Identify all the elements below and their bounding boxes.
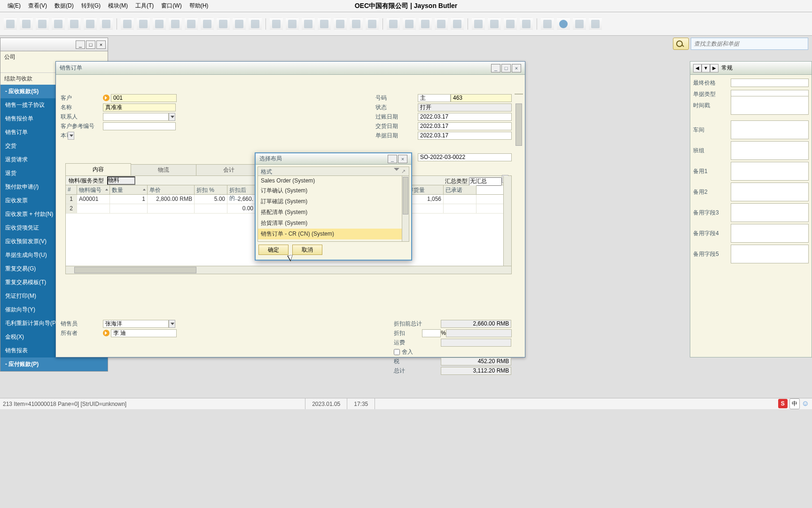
tb-new-icon[interactable]	[403, 17, 416, 31]
tb-import-icon[interactable]	[84, 17, 97, 31]
layout-option[interactable]: 订单确认 (System)	[258, 185, 409, 196]
tb-print-icon[interactable]	[4, 17, 17, 31]
close-icon[interactable]: ×	[96, 40, 106, 49]
postdate-field[interactable]	[418, 113, 512, 121]
menu-edit[interactable]: 编(E)	[4, 0, 24, 11]
tb-refresh-icon[interactable]	[217, 17, 230, 31]
tb-edit-icon[interactable]	[387, 17, 400, 31]
tab-content[interactable]: 内容	[65, 163, 131, 175]
layout-option[interactable]: 搭配清单 (System)	[258, 207, 409, 218]
tb-find-icon[interactable]	[121, 17, 134, 31]
maximize-icon[interactable]: □	[501, 64, 511, 72]
tb-first-icon[interactable]	[153, 17, 166, 31]
cell-qty[interactable]: 1	[110, 195, 148, 204]
side-tab-label[interactable]: 常规	[721, 64, 733, 72]
sum-type-field[interactable]	[469, 177, 502, 186]
tb-chart-icon[interactable]	[334, 17, 347, 31]
tb-lock-icon[interactable]	[318, 17, 331, 31]
suppcode-field[interactable]	[418, 153, 512, 161]
tab-accounting[interactable]: 会计	[196, 164, 262, 175]
cell-discount[interactable]: 5.00	[195, 195, 227, 204]
menu-window[interactable]: 窗口(W)	[157, 0, 185, 11]
tb-export-icon[interactable]	[68, 17, 81, 31]
ime-lang-label[interactable]: 中	[789, 398, 800, 409]
tb-screen-icon[interactable]	[541, 17, 554, 31]
rounding-checkbox[interactable]	[394, 349, 400, 355]
docdate-field[interactable]	[418, 132, 512, 140]
link-arrow-icon[interactable]	[103, 330, 109, 336]
tb-last-icon[interactable]	[201, 17, 214, 31]
minimize-icon[interactable]: _	[76, 40, 85, 49]
layout-option[interactable]: 訂單確認 (System)	[258, 196, 409, 207]
maximize-icon[interactable]: □	[86, 40, 95, 49]
udf-field[interactable]	[731, 203, 809, 222]
tb-tree-icon[interactable]	[504, 17, 517, 31]
tb-doc1-icon[interactable]	[270, 17, 283, 31]
tb-filter-icon[interactable]	[233, 17, 246, 31]
contact-field[interactable]	[103, 113, 169, 121]
tb-note-icon[interactable]	[589, 17, 602, 31]
tb-prev-icon[interactable]	[169, 17, 182, 31]
search-icon[interactable]	[673, 38, 689, 50]
tb-list-icon[interactable]	[137, 17, 150, 31]
expand-icon[interactable]	[401, 168, 407, 174]
docno-type-field[interactable]	[418, 94, 451, 102]
filter-icon[interactable]	[394, 168, 399, 174]
udf-field[interactable]	[731, 162, 809, 181]
cell-discount[interactable]	[195, 204, 227, 213]
tb-preview-icon[interactable]	[100, 17, 113, 31]
tb-paste-icon[interactable]	[52, 17, 65, 31]
cancel-button[interactable]: 取消	[292, 245, 322, 255]
tb-info-icon[interactable]	[573, 17, 586, 31]
tb-book-icon[interactable]	[350, 17, 363, 31]
layout-option-selected[interactable]: 销售订单 (System)	[258, 239, 409, 242]
udf-field[interactable]	[731, 79, 809, 87]
tb-form-icon[interactable]	[488, 17, 501, 31]
cell-after[interactable]: 0.00	[227, 204, 256, 213]
tb-msg1-icon[interactable]	[435, 17, 448, 31]
minimize-icon[interactable]: _	[388, 155, 397, 163]
ref-field[interactable]	[103, 122, 176, 130]
cell-commit[interactable]	[444, 204, 476, 213]
chevron-down-icon[interactable]: ▼	[702, 64, 710, 72]
dropdown-icon[interactable]	[169, 113, 175, 121]
tb-calc-icon[interactable]	[302, 17, 315, 31]
layout-option[interactable]: Sales Order (System)	[258, 176, 409, 185]
col-rownum[interactable]: #	[66, 185, 77, 194]
ime-sogou-icon[interactable]: S	[778, 399, 788, 408]
col-discount[interactable]: 折扣 %	[195, 185, 227, 194]
cell-commit[interactable]	[444, 195, 476, 204]
help-icon[interactable]	[557, 17, 570, 31]
dropdown-icon[interactable]	[68, 132, 74, 140]
udf-field[interactable]	[731, 120, 809, 139]
nav-prev-icon[interactable]: ◀	[693, 64, 702, 72]
list-scrollbar[interactable]	[402, 176, 409, 241]
menu-tools[interactable]: 工具(T)	[132, 0, 157, 11]
salesperson-field[interactable]	[103, 320, 169, 328]
cell-qty[interactable]	[110, 204, 148, 213]
grid-vscroll[interactable]	[503, 176, 511, 266]
search-input[interactable]	[691, 38, 808, 50]
tb-layout-icon[interactable]	[472, 17, 485, 31]
tb-msg2-icon[interactable]	[451, 17, 464, 31]
tb-card-icon[interactable]	[366, 17, 379, 31]
minimize-icon[interactable]: _	[491, 64, 500, 72]
menu-data[interactable]: 数据(D)	[51, 0, 78, 11]
cell-price[interactable]: 2,800.00 RMB	[148, 195, 195, 204]
owner-field[interactable]	[111, 329, 177, 337]
tb-query-icon[interactable]	[249, 17, 262, 31]
tab-logistics[interactable]: 物流	[131, 164, 196, 175]
docno-field[interactable]	[451, 94, 512, 102]
cell-price[interactable]	[148, 204, 195, 213]
nav-next-icon[interactable]: ▶	[710, 64, 718, 72]
tb-next-icon[interactable]	[185, 17, 198, 31]
link-arrow-icon[interactable]	[103, 95, 109, 101]
col-committed[interactable]: 已承诺	[444, 185, 476, 194]
ok-button[interactable]: 确定	[258, 245, 289, 255]
customer-field[interactable]	[111, 94, 177, 102]
udf-field[interactable]	[731, 183, 809, 201]
cell-itemcode[interactable]	[77, 204, 110, 213]
col-price[interactable]: 单价	[148, 185, 195, 194]
udf-field[interactable]	[731, 224, 809, 243]
menu-goto[interactable]: 转到(G)	[78, 0, 104, 11]
